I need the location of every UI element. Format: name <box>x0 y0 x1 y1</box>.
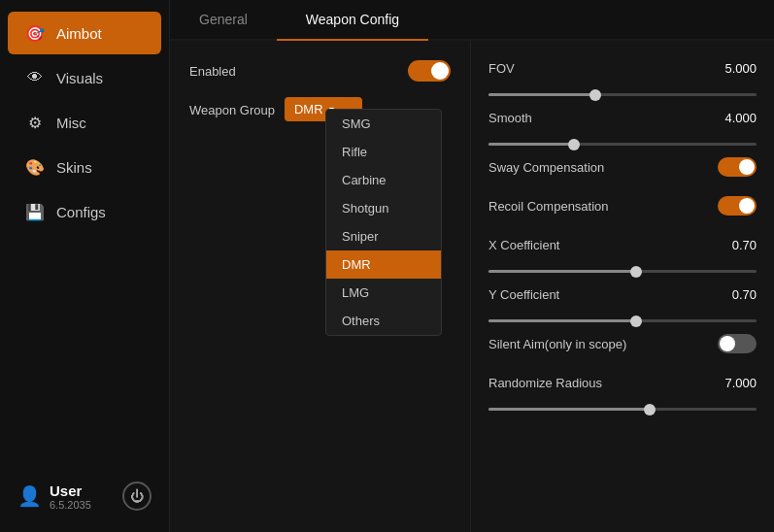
sidebar-item-label: Aimbot <box>56 25 102 42</box>
toggle-recoil[interactable] <box>718 196 757 216</box>
enabled-label: Enabled <box>189 64 236 79</box>
setting-value-randomize: 7.000 <box>708 376 757 390</box>
sidebar: 🎯 Aimbot 👁 Visuals ⚙ Misc 🎨 Skins 💾 Conf… <box>0 0 170 532</box>
selected-weapon-group: DMR <box>294 102 323 116</box>
setting-value-smooth: 4.000 <box>708 111 757 125</box>
setting-label-sway: Sway Compensation <box>488 160 718 175</box>
user-info: User 6.5.2035 <box>50 482 91 511</box>
tabs: GeneralWeapon Config <box>170 0 774 41</box>
content-area: Enabled Weapon Group DMR ▾ SMGRifleCarbi… <box>170 41 774 532</box>
setting-value-y-coeff: 0.70 <box>708 287 757 302</box>
configs-icon: 💾 <box>25 202 45 221</box>
power-button[interactable]: ⏻ <box>122 482 151 511</box>
slider-fill-x-coeff <box>488 270 636 273</box>
slider-fill-fov <box>488 93 595 96</box>
main-content: GeneralWeapon Config Enabled Weapon Grou… <box>170 0 774 532</box>
dropdown-item-rifle[interactable]: Rifle <box>326 138 441 166</box>
slider-row-fov[interactable] <box>488 93 757 96</box>
dropdown-item-lmg[interactable]: LMG <box>326 279 441 307</box>
setting-label-smooth: Smooth <box>488 111 700 125</box>
username: User <box>50 482 91 499</box>
dropdown-item-sniper[interactable]: Sniper <box>326 222 441 250</box>
slider-fill-randomize <box>488 408 650 411</box>
sidebar-item-skins[interactable]: 🎨 Skins <box>8 146 161 188</box>
setting-row-silent-aim: Silent Aim(only in scope) <box>488 330 757 357</box>
misc-icon: ⚙ <box>25 113 45 132</box>
dropdown-item-shotgun[interactable]: Shotgun <box>326 194 441 222</box>
setting-value-fov: 5.000 <box>708 61 757 76</box>
setting-label-silent-aim: Silent Aim(only in scope) <box>488 337 718 351</box>
sidebar-item-label: Skins <box>56 159 92 176</box>
slider-row-smooth[interactable] <box>488 143 757 146</box>
slider-thumb-y-coeff[interactable] <box>630 316 642 327</box>
slider-thumb-fov[interactable] <box>589 89 601 101</box>
enabled-toggle-knob <box>431 62 449 80</box>
slider-track-y-coeff[interactable] <box>488 319 757 322</box>
user-info-wrap: 👤 User 6.5.2035 <box>17 482 91 511</box>
enabled-row: Enabled <box>189 60 451 82</box>
sidebar-footer: 👤 User 6.5.2035 ⏻ <box>0 470 169 522</box>
sidebar-item-label: Misc <box>56 115 86 131</box>
setting-row-x-coeff: X Coefficient0.70 <box>488 231 757 258</box>
slider-thumb-x-coeff[interactable] <box>630 266 642 278</box>
setting-label-x-coeff: X Coefficient <box>488 238 700 252</box>
setting-label-y-coeff: Y Coefficient <box>488 287 700 302</box>
slider-thumb-randomize[interactable] <box>644 404 656 416</box>
setting-row-y-coeff: Y Coefficient0.70 <box>488 281 757 308</box>
tab-weapon-config[interactable]: Weapon Config <box>277 0 428 41</box>
dropdown-item-smg[interactable]: SMG <box>326 110 441 138</box>
slider-track-fov[interactable] <box>488 93 757 96</box>
toggle-knob-sway <box>739 159 755 175</box>
slider-row-x-coeff[interactable] <box>488 270 757 273</box>
user-avatar-icon: 👤 <box>17 484 42 508</box>
toggle-knob-recoil <box>739 198 755 214</box>
setting-label-fov: FOV <box>488 61 700 76</box>
sidebar-item-misc[interactable]: ⚙ Misc <box>8 101 161 144</box>
slider-row-randomize[interactable] <box>488 408 757 411</box>
setting-row-recoil: Recoil Compensation <box>488 192 757 219</box>
dropdown-item-carbine[interactable]: Carbine <box>326 166 441 194</box>
setting-row-smooth: Smooth4.000 <box>488 104 757 131</box>
setting-label-randomize: Randomize Radious <box>488 376 700 390</box>
sidebar-item-label: Configs <box>56 204 106 220</box>
weapon-group-label: Weapon Group <box>189 103 275 117</box>
toggle-silent-aim[interactable] <box>718 334 757 353</box>
toggle-sway[interactable] <box>718 157 757 177</box>
toggle-knob-silent-aim <box>720 336 735 351</box>
slider-track-x-coeff[interactable] <box>488 270 757 273</box>
sidebar-item-visuals[interactable]: 👁 Visuals <box>8 56 161 99</box>
setting-row-fov: FOV5.000 <box>488 54 757 82</box>
dropdown-item-others[interactable]: Others <box>326 307 441 335</box>
sidebar-item-aimbot[interactable]: 🎯 Aimbot <box>8 12 161 54</box>
setting-row-sway: Sway Compensation <box>488 153 757 181</box>
skins-icon: 🎨 <box>25 157 45 177</box>
user-date: 6.5.2035 <box>50 499 91 511</box>
slider-track-randomize[interactable] <box>488 408 757 411</box>
left-panel: Enabled Weapon Group DMR ▾ SMGRifleCarbi… <box>170 41 471 532</box>
setting-label-recoil: Recoil Compensation <box>488 199 718 214</box>
setting-row-randomize: Randomize Radious7.000 <box>488 369 757 396</box>
slider-fill-smooth <box>488 143 574 146</box>
slider-fill-y-coeff <box>488 319 636 322</box>
weapon-group-list: SMGRifleCarbineShotgunSniperDMRLMGOthers <box>325 109 442 336</box>
visuals-icon: 👁 <box>25 68 45 87</box>
enabled-toggle[interactable] <box>408 60 451 82</box>
dropdown-item-dmr[interactable]: DMR <box>326 250 441 279</box>
aimbot-icon: 🎯 <box>25 23 45 43</box>
slider-row-y-coeff[interactable] <box>488 319 757 322</box>
slider-track-smooth[interactable] <box>488 143 757 146</box>
right-panel: FOV5.000Smooth4.000Sway CompensationReco… <box>471 41 774 532</box>
tab-general[interactable]: General <box>170 0 277 41</box>
slider-thumb-smooth[interactable] <box>568 139 580 150</box>
sidebar-item-configs[interactable]: 💾 Configs <box>8 190 161 233</box>
sidebar-item-label: Visuals <box>56 70 103 86</box>
setting-value-x-coeff: 0.70 <box>708 238 757 252</box>
